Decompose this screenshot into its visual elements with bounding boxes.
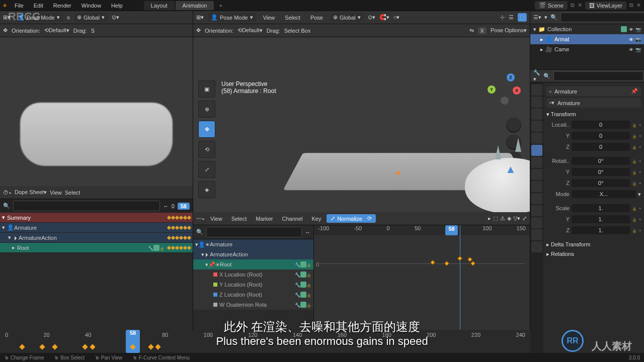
graph-filter-icon[interactable]: ▽▾: [513, 215, 520, 222]
x-mirror-button[interactable]: X: [478, 27, 487, 34]
graph-key-menu[interactable]: Key: [308, 215, 325, 223]
graph-channel-menu[interactable]: Channel: [278, 215, 306, 223]
delta-transform-header[interactable]: ▸ Delta Transform: [546, 240, 641, 249]
graph-channel-y[interactable]: Y Location (Root): [193, 280, 313, 290]
scale-z-field[interactable]: 1.: [572, 226, 630, 234]
timeline-keyframe[interactable]: [39, 344, 45, 349]
dopesheet-action-row[interactable]: ⏵ArmatureAction: [0, 233, 193, 243]
graph-cursor-icon[interactable]: ▸: [488, 215, 491, 222]
graph-ghost-icon[interactable]: ◈: [507, 215, 511, 222]
props-tab-physics[interactable]: [531, 181, 542, 192]
graph-arrows-icon[interactable]: ↔: [305, 229, 310, 235]
outliner-armature-row[interactable]: 👤Armat: [530, 34, 644, 44]
bone-2[interactable]: [515, 138, 521, 152]
props-tab-modifier[interactable]: [531, 157, 542, 168]
pivot-icon-b[interactable]: ⊙▾: [368, 14, 375, 21]
rotation-mode-field[interactable]: X...: [572, 190, 636, 198]
eye-icon[interactable]: [205, 241, 210, 247]
gizmo-x-axis[interactable]: X: [513, 86, 521, 95]
proportional-icon[interactable]: ○▾: [393, 14, 400, 21]
props-tab-bone[interactable]: [531, 217, 542, 228]
tool-rotate[interactable]: ⟲: [198, 141, 215, 158]
move-manipulator[interactable]: ▲: [505, 163, 516, 176]
collection-checkbox[interactable]: [621, 26, 627, 32]
props-tab-viewlayer[interactable]: [531, 109, 542, 120]
editor-type-graph-icon[interactable]: 〰▾: [196, 216, 205, 222]
menu-icon[interactable]: ≡: [67, 15, 70, 21]
props-tab-constraints[interactable]: [531, 193, 542, 204]
props-armature-data[interactable]: ▫▾Armature: [546, 98, 641, 108]
properties-search-input[interactable]: [553, 71, 643, 81]
gizmo-visibility-icon[interactable]: ⊹: [500, 14, 505, 21]
add-workspace-button[interactable]: +: [215, 1, 226, 10]
props-type-icon[interactable]: 🔧▾: [533, 69, 540, 82]
viewlayer-selector[interactable]: 🖼ViewLayer: [585, 2, 626, 10]
editor-type-icon-b[interactable]: ⊞▾: [196, 14, 204, 21]
timeline-ruler[interactable]: 0 20 40 80 100 120 140 160 180 200 220 2…: [0, 330, 530, 353]
props-tab-scene[interactable]: [531, 121, 542, 132]
graph-view-menu[interactable]: View: [207, 215, 226, 223]
eye-icon[interactable]: [629, 26, 633, 32]
lock-icon[interactable]: [632, 122, 637, 128]
mirror-icon[interactable]: ⇋: [469, 27, 474, 34]
graph-channel-w[interactable]: W Ouaternion Rota: [193, 300, 313, 310]
normalize-button[interactable]: ⤢Normalize⟳: [327, 214, 376, 223]
graph-expand-icon[interactable]: ⤢: [522, 215, 527, 222]
nav-gizmo[interactable]: Z Y X: [490, 75, 521, 107]
graph-channel-z[interactable]: Z Location (Root): [193, 290, 313, 300]
location-z-field[interactable]: 0: [572, 143, 630, 151]
graph-root-row[interactable]: 📌Root: [193, 259, 313, 269]
transform-orientation-a[interactable]: ⊕Global▾: [74, 13, 108, 22]
render-icon[interactable]: [635, 36, 641, 42]
viewport-a[interactable]: [0, 37, 193, 186]
dopesheet-summary-row[interactable]: Summary: [0, 213, 193, 223]
props-tab-object[interactable]: [531, 145, 542, 156]
timeline-keyframe[interactable]: [148, 344, 153, 349]
menu-file[interactable]: File: [11, 2, 28, 10]
graph-armature-row[interactable]: 👤Armature: [193, 239, 313, 249]
move-gizmo-icon-b[interactable]: ✥: [196, 27, 201, 34]
editor-type-icon[interactable]: ⊞▾: [3, 14, 11, 21]
gizmo-z-axis[interactable]: Z: [507, 73, 515, 81]
lock-icon[interactable]: [159, 245, 165, 251]
outliner-body[interactable]: 📁Collection 👤Armat 🎥Came: [530, 24, 644, 69]
graph-bounds-icon[interactable]: ⬚: [493, 215, 498, 222]
tool-select-box[interactable]: ▣: [198, 80, 215, 98]
graph-marker-menu[interactable]: Marker: [252, 215, 276, 223]
outliner-camera-row[interactable]: 🎥Came: [530, 44, 644, 54]
transform-section-header[interactable]: ▾ Transform: [546, 110, 641, 119]
gizmo-y-axis[interactable]: Y: [488, 85, 496, 94]
viewlayer-copy-icon[interactable]: ⧉: [629, 2, 633, 9]
menu-window[interactable]: Window: [77, 2, 105, 10]
viewport-b[interactable]: ▣ ⊕ ✥ ⟲ ⤢ ◈ User Perspective (58) Armatu…: [193, 37, 530, 212]
graph-keyframe[interactable]: [430, 259, 435, 265]
location-x-field[interactable]: 0: [572, 121, 630, 129]
check-icon[interactable]: [300, 261, 306, 267]
xray-icon[interactable]: ⬚: [518, 13, 527, 22]
timeline-keyframe[interactable]: [52, 344, 57, 349]
mode-selector-b[interactable]: 👤Pose Mode▾: [208, 13, 256, 22]
select-box-dd[interactable]: Select Box: [284, 28, 311, 34]
outliner-type-icon[interactable]: ☰▾: [533, 14, 541, 21]
timeline-keyframe[interactable]: [82, 344, 88, 349]
graph-action-row[interactable]: ⏵ArmatureAction: [193, 249, 313, 259]
transform-orientation-b[interactable]: ⊕Global▾: [330, 13, 364, 22]
tool-move[interactable]: ✥: [198, 121, 215, 138]
mode-selector-a[interactable]: 👤Pose Mode▾: [15, 13, 63, 22]
eye-icon[interactable]: [629, 46, 633, 52]
graph-warning-icon[interactable]: ⚠: [500, 215, 505, 222]
menu-help[interactable]: Help: [107, 2, 127, 10]
scene-close-icon[interactable]: ✕: [578, 2, 582, 9]
dopesheet-search-input[interactable]: [13, 201, 160, 211]
tool-transform[interactable]: ◈: [198, 181, 215, 198]
orientation-default-b[interactable]: ⟲Default▾: [237, 27, 263, 34]
scale-y-field[interactable]: 1.: [572, 215, 630, 223]
orientation-default-a[interactable]: ⟲Default▾: [44, 27, 69, 34]
props-tab-particles[interactable]: [531, 169, 542, 180]
snap-icon[interactable]: 🧲▾: [379, 14, 389, 21]
rotation-y-field[interactable]: 0°: [572, 168, 630, 176]
rotation-x-field[interactable]: 0°: [572, 157, 630, 165]
graph-channel-x[interactable]: X Location (Root): [193, 269, 313, 280]
mute-checkbox[interactable]: [153, 245, 159, 251]
scene-copy-icon[interactable]: ⧉: [571, 2, 575, 9]
